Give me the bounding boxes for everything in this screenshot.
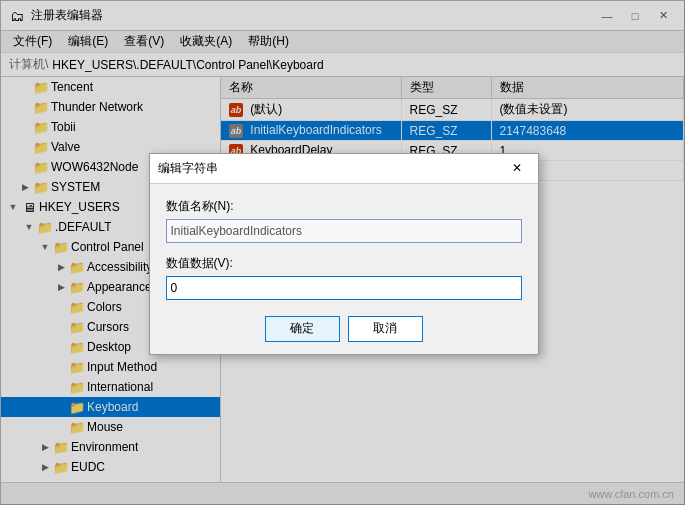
dialog-data-label: 数值数据(V): xyxy=(166,255,522,272)
modal-overlay: 编辑字符串 ✕ 数值名称(N): 数值数据(V): 确定 取消 xyxy=(1,1,685,505)
dialog-data-input[interactable] xyxy=(166,276,522,300)
dialog-ok-button[interactable]: 确定 xyxy=(265,316,340,342)
edit-string-dialog: 编辑字符串 ✕ 数值名称(N): 数值数据(V): 确定 取消 xyxy=(149,153,539,355)
dialog-cancel-button[interactable]: 取消 xyxy=(348,316,423,342)
dialog-title: 编辑字符串 xyxy=(158,160,504,177)
dialog-name-label: 数值名称(N): xyxy=(166,198,522,215)
dialog-buttons: 确定 取消 xyxy=(166,316,522,342)
dialog-name-input[interactable] xyxy=(166,219,522,243)
dialog-title-bar: 编辑字符串 ✕ xyxy=(150,154,538,184)
dialog-body: 数值名称(N): 数值数据(V): 确定 取消 xyxy=(150,184,538,354)
dialog-close-button[interactable]: ✕ xyxy=(504,158,530,178)
